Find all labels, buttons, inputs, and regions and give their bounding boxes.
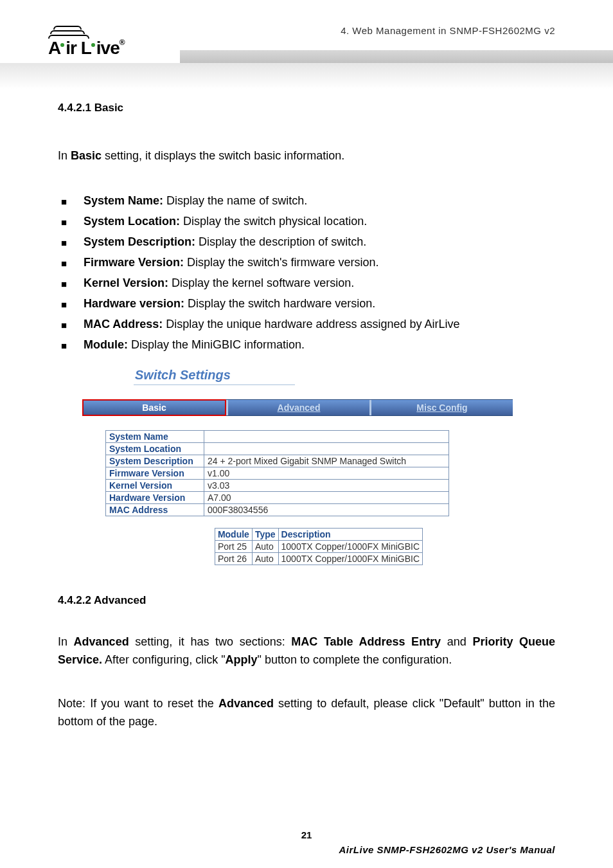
table-row: Firmware Versionv1.00 xyxy=(106,467,449,480)
basic-intro: In Basic setting, it displays the switch… xyxy=(58,147,555,165)
list-item: Kernel Version: Display the kernel softw… xyxy=(58,273,555,293)
list-item: Firmware Version: Display the switch's f… xyxy=(58,252,555,273)
system-info-table: System Name System Location System Descr… xyxy=(105,430,449,516)
manual-title: AirLive SNMP-FSH2602MG v2 User's Manual xyxy=(339,844,555,855)
table-header-row: Module Type Description xyxy=(215,529,422,541)
tab-advanced[interactable]: Advanced xyxy=(228,399,369,416)
tab-bar: Basic Advanced Misc Config xyxy=(82,399,513,416)
table-row: System Description24 + 2-port Mixed Giga… xyxy=(106,455,449,467)
page-number: 21 xyxy=(301,829,312,840)
page-footer: 21 xyxy=(0,829,613,841)
list-item: System Description: Display the descript… xyxy=(58,231,555,252)
section-title-basic: 4.4.2.1 Basic xyxy=(58,102,555,114)
table-row: System Location xyxy=(106,443,449,455)
table-row: MAC Address000F38034556 xyxy=(106,504,449,516)
list-item: MAC Address: Display the unique hardware… xyxy=(58,314,555,334)
breadcrumb: 4. Web Management in SNMP-FSH2602MG v2 xyxy=(341,25,555,36)
page-content: 4.4.2.1 Basic In Basic setting, it displ… xyxy=(0,84,613,730)
screenshot-figure: Switch Settings Basic Advanced Misc Conf… xyxy=(82,368,555,565)
bullet-list: System Name: Display the name of switch.… xyxy=(58,190,555,355)
header-stripe xyxy=(180,50,613,63)
table-row: Port 25 Auto 1000TX Copper/1000FX MiniGB… xyxy=(215,541,422,553)
logo-dot-icon xyxy=(60,43,64,47)
table-row: System Name xyxy=(106,431,449,443)
list-item: Hardware version: Display the switch har… xyxy=(58,293,555,314)
advanced-note: Note: If you want to reset the Advanced … xyxy=(58,694,555,730)
tab-basic[interactable]: Basic xyxy=(82,399,226,416)
list-item: System Location: Display the switch phys… xyxy=(58,211,555,231)
brand-logo: Air Live® xyxy=(48,26,125,59)
logo-dot-icon xyxy=(91,43,95,47)
module-table: Module Type Description Port 25 Auto 100… xyxy=(215,528,423,565)
section-title-advanced: 4.4.2.2 Advanced xyxy=(58,594,555,607)
list-item: System Name: Display the name of switch. xyxy=(58,190,555,211)
advanced-intro: In Advanced setting, it has two sections… xyxy=(58,633,555,669)
switch-settings-heading: Switch Settings xyxy=(134,368,295,385)
table-row: Kernel Versionv3.03 xyxy=(106,480,449,492)
page-header: 4. Web Management in SNMP-FSH2602MG v2 A… xyxy=(0,0,613,84)
table-row: Port 26 Auto 1000TX Copper/1000FX MiniGB… xyxy=(215,553,422,565)
list-item: Module: Display the MiniGBIC information… xyxy=(58,334,555,355)
tab-misc-config[interactable]: Misc Config xyxy=(371,399,513,416)
table-row: Hardware VersionA7.00 xyxy=(106,492,449,504)
